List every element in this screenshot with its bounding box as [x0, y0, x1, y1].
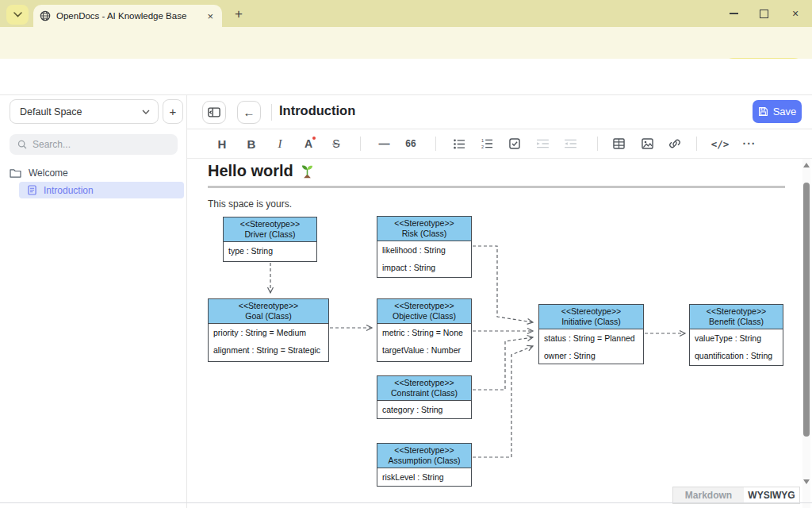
doc-heading: Hello world: [208, 162, 316, 180]
tab-title: OpenDocs - AI Knowledge Base: [56, 11, 199, 21]
task-checkbox-icon: [509, 138, 520, 149]
intro-paragraph: This space is yours.: [208, 198, 292, 210]
svg-text:2: 2: [481, 144, 484, 149]
minimize-icon: [730, 13, 738, 13]
svg-text:1: 1: [481, 138, 484, 143]
uml-class-assumption[interactable]: <<Stereotype>>Assumption (Class) riskLev…: [377, 443, 472, 487]
window-bottom-edge: [0, 502, 812, 503]
document-icon: [28, 185, 36, 195]
separator: [696, 137, 697, 151]
tab-search-button[interactable]: [6, 5, 29, 25]
uml-class-initiative[interactable]: <<Stereotype>>Initiative (Class) status …: [538, 304, 644, 364]
separator: [435, 137, 436, 151]
chevron-down-icon: [13, 12, 22, 17]
tab-close-icon[interactable]: ×: [205, 10, 216, 22]
folder-icon: [10, 168, 21, 178]
separator: [271, 104, 272, 121]
sidebar-item-introduction[interactable]: Introduction: [19, 182, 184, 198]
separator: [597, 137, 598, 151]
scrollbar-up-arrow[interactable]: [803, 163, 810, 167]
table-button[interactable]: [607, 133, 630, 154]
sidebar: [0, 95, 187, 508]
sidebar-search-input[interactable]: Search...: [10, 134, 178, 155]
uml-class-goal[interactable]: <<Stereotype>>Goal (Class) priority : St…: [208, 298, 329, 362]
connector-assumption-initiative: [473, 346, 533, 457]
separator: [360, 137, 361, 151]
heading-rule: [208, 186, 785, 188]
connector-risk-initiative: [473, 246, 533, 322]
horizontal-rule-button[interactable]: —: [373, 133, 395, 154]
indent-icon: [537, 139, 549, 148]
page-label: Introduction: [44, 185, 94, 196]
ordered-list-icon: 12: [481, 138, 493, 149]
table-icon: [613, 138, 625, 149]
window-maximize-button[interactable]: [749, 0, 779, 27]
window-close-button[interactable]: ×: [780, 0, 810, 27]
heading-button[interactable]: H: [211, 133, 233, 154]
doc-back-button[interactable]: ←: [237, 101, 261, 124]
new-tab-button[interactable]: +: [228, 4, 249, 25]
bold-button[interactable]: B: [240, 133, 262, 154]
globe-favicon-icon: [40, 10, 51, 21]
mode-markdown-button[interactable]: Markdown: [672, 487, 745, 504]
app-header: OpenDocs Powered by Visual Paradigm Shar…: [0, 59, 812, 95]
space-selector[interactable]: Default Space: [10, 99, 159, 124]
window-minimize-button[interactable]: [718, 0, 749, 27]
blockquote-button[interactable]: 66: [400, 133, 422, 154]
mode-wysiwyg-button[interactable]: WYSIWYG: [744, 487, 800, 504]
document-title: Introduction: [279, 103, 355, 118]
more-tools-button[interactable]: ···: [738, 133, 760, 154]
bullet-list-icon: [454, 139, 465, 149]
seedling-emoji: [299, 163, 316, 179]
add-space-button[interactable]: +: [163, 99, 183, 124]
panel-collapse-icon: [208, 107, 220, 117]
color-dot: [312, 137, 316, 140]
scrollbar-thumb[interactable]: [803, 183, 810, 437]
image-icon: [642, 138, 653, 149]
connector-constraint-initiative: [473, 337, 533, 390]
ordered-list-button[interactable]: 12: [476, 133, 498, 154]
outdent-button[interactable]: [559, 133, 581, 154]
indent-button[interactable]: [531, 133, 553, 154]
strikethrough-button[interactable]: S: [325, 133, 347, 154]
sidebar-folder-welcome[interactable]: Welcome: [10, 165, 176, 181]
bullet-list-button[interactable]: [448, 133, 470, 154]
save-button[interactable]: Save: [753, 100, 802, 123]
code-button[interactable]: </>: [709, 133, 731, 154]
space-name: Default Space: [20, 106, 142, 117]
maximize-icon: [760, 10, 768, 18]
italic-button[interactable]: I: [269, 133, 291, 154]
editor-content[interactable]: Hello world This space is yours.: [187, 159, 812, 508]
uml-class-constraint[interactable]: <<Stereotype>>Constraint (Class) categor…: [377, 375, 472, 419]
link-button[interactable]: [664, 133, 686, 154]
uml-class-driver[interactable]: <<Stereotype>>Driver (Class) type : Stri…: [223, 217, 317, 262]
browser-window: OpenDocs - AI Knowledge Base × + × ← → a…: [0, 0, 812, 508]
uml-class-objective[interactable]: <<Stereotype>>Objective (Class) metric :…: [377, 298, 472, 362]
task-list-button[interactable]: [504, 133, 526, 154]
image-button[interactable]: [636, 133, 658, 154]
uml-class-risk[interactable]: <<Stereotype>>Risk (Class) likelihood : …: [377, 216, 472, 278]
folder-label: Welcome: [29, 167, 68, 179]
tab-strip: OpenDocs - AI Knowledge Base × + ×: [0, 0, 812, 27]
toggle-sidebar-button[interactable]: [202, 101, 226, 124]
browser-toolbar: ← → ai-toolbox.visual-paradigm.com/app/o…: [0, 27, 812, 59]
uml-class-benefit[interactable]: <<Stereotype>>Benefit (Class) valueType …: [689, 304, 783, 366]
search-placeholder: Search...: [33, 139, 71, 150]
save-label: Save: [773, 106, 797, 117]
font-color-button[interactable]: A: [297, 133, 320, 154]
browser-tab-active[interactable]: OpenDocs - AI Knowledge Base ×: [33, 5, 222, 27]
scrollbar-down-arrow[interactable]: [803, 479, 810, 484]
link-icon: [668, 137, 681, 150]
outdent-icon: [565, 139, 576, 148]
chevron-down-icon: [142, 110, 150, 114]
search-icon: [17, 140, 27, 149]
save-floppy-icon: [758, 106, 768, 117]
